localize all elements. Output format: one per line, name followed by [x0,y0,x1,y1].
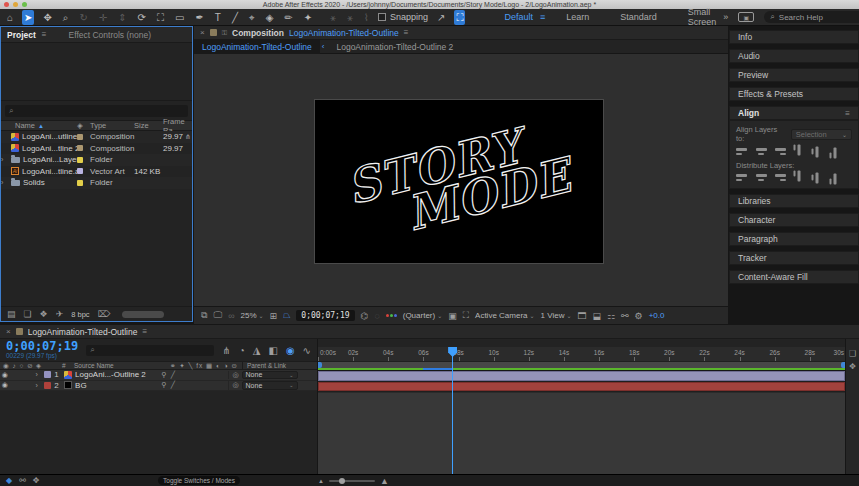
layer-label-swatch[interactable] [44,371,51,378]
pickwhip-icon[interactable]: ◎ [232,371,238,379]
home-icon[interactable]: ⌂ [5,10,15,25]
puppet-pin-tool-icon[interactable]: ✦ [302,10,314,25]
mirror-icon[interactable]: ∞ [228,311,234,321]
align-vertical-center-icon[interactable] [810,145,821,159]
resolution-dropdown[interactable]: (Quarter)⌄ [403,311,442,320]
new-folder-icon[interactable]: ❏ [24,309,32,319]
layer-2-duration-bar[interactable] [318,382,845,393]
workspace-standard[interactable]: Standard [620,12,657,22]
workspace-small-screen[interactable]: Small Screen [688,7,717,27]
project-flowchart-icon[interactable]: ✈ [56,309,64,319]
layer-1-duration-bar[interactable] [318,371,845,382]
snapshot-camera-icon[interactable]: ⌬ [361,311,369,321]
pen-tool-icon[interactable]: ✒ [193,10,205,25]
draft-3d-icon[interactable]: ◔ [239,345,245,356]
zoom-out-mountain-icon[interactable]: ▲ [318,478,324,484]
distribute-right-icon[interactable] [828,171,839,185]
align-horizontal-center-icon[interactable] [754,146,768,157]
panel-paragraph[interactable]: Paragraph [729,232,859,246]
roto-brush-tool-icon[interactable]: ✏ [282,10,294,25]
expand-inout-icon[interactable]: ✥ [33,476,40,485]
viewer-tab-active[interactable]: LogoAnimation-Tilted-Outline [194,40,320,54]
search-help-input[interactable]: ⌕ Search Help [764,11,859,23]
playhead[interactable] [452,347,453,474]
layer-disclosure-icon[interactable]: › [35,371,44,378]
project-row[interactable]: ›Solids Folder [1,177,192,189]
composition-frame[interactable]: STORY MODE [315,100,603,263]
snapping-checkbox[interactable] [378,13,386,21]
quality-switch-icon[interactable]: ⚲ [162,371,171,378]
collapse-switch-icon[interactable]: ╱ [171,371,179,378]
align-right-icon[interactable] [772,146,786,157]
layer-name[interactable]: LogoAni...-Outline 2 [75,370,160,379]
always-preview-icon[interactable]: ⧉ [201,310,207,321]
column-type[interactable]: Type [90,121,134,130]
show-snapshot-icon[interactable]: ◌ [374,311,379,321]
project-row[interactable]: AiLogoAni...tline.ai Vector Art 142 KB [1,166,192,178]
column-label-icon[interactable]: ◈ [77,121,90,130]
align-left-icon[interactable] [736,146,750,157]
close-panel-icon[interactable]: × [6,327,11,336]
distribute-horizontal-center-icon[interactable] [810,171,821,185]
grid-guides-icon[interactable]: ⊞ [270,311,278,321]
timeline-button-icon[interactable]: ⚏ [607,311,615,321]
distribute-bottom-icon[interactable] [772,172,786,183]
interpret-footage-icon[interactable]: ▤ [7,309,16,319]
toggle-switches-modes-button[interactable]: Toggle Switches / Modes [158,476,240,485]
column-size[interactable]: Size [134,121,163,130]
flowchart-button-icon[interactable]: ⚯ [621,311,629,321]
local-axis-icon[interactable]: ⚹ [328,10,338,25]
project-search-input[interactable]: ⌕ [5,105,188,117]
expand-modes-icon[interactable]: ⚯ [19,476,26,485]
project-bit-depth[interactable]: 8 bpc [71,310,89,319]
main-monitor-icon[interactable]: 🖵 [213,310,222,321]
snap-feature-icon[interactable]: ⛶ [454,10,465,25]
horizontal-scrollbar[interactable] [122,311,164,318]
expand-switches-icon[interactable]: ◆ [6,476,12,485]
layer-name[interactable]: BG [75,381,160,390]
timeline-scroll-column[interactable]: ❑ ✥ [845,339,859,474]
workspace-learn[interactable]: Learn [566,12,589,22]
collapse-switch-icon[interactable]: ╱ [171,381,179,388]
pixel-aspect-icon[interactable]: ⬓ [592,311,601,321]
time-ruler[interactable]: 0:00s 02s 04s 06s 08s 10s 12s 14s 16s 18… [318,347,845,362]
view-axis-icon[interactable]: ⌇ [362,10,371,25]
dolly-camera-tool-icon[interactable]: ⇕ [116,10,128,25]
viewer-tab-inactive[interactable]: LogoAnimation-Tilted-Outline 2 [328,42,461,52]
project-panel-menu-icon[interactable]: ≡ [42,30,47,39]
close-panel-icon[interactable]: × [200,28,205,37]
quality-switch-icon[interactable]: ⚲ [162,381,171,388]
work-area-bar[interactable] [318,362,845,371]
distribute-left-icon[interactable] [792,171,803,185]
layer-row[interactable]: ◉ › 2 BG ⚲╱ ◎ None⌄ [0,381,317,392]
motion-blur-icon[interactable]: ◉ [286,345,295,356]
active-camera-dropdown[interactable]: Active Camera⌄ [475,311,535,320]
parent-dropdown[interactable]: None⌄ [242,381,298,390]
layer-disclosure-icon[interactable]: › [35,382,44,389]
view-layout-dropdown[interactable]: 1 View⌄ [541,311,572,320]
eraser-tool-icon[interactable]: ◈ [264,10,276,25]
graph-editor-icon[interactable]: ∿ [303,345,311,356]
align-top-icon[interactable] [792,145,803,159]
panel-align[interactable]: Align ≡ [729,106,859,120]
workspace-menu-icon[interactable]: ≡ [540,12,545,22]
pan-camera-tool-icon[interactable]: ✛ [97,10,109,25]
layer-visibility-icon[interactable]: ◉ [0,381,10,389]
panel-info[interactable]: Info [729,30,859,44]
timeline-zoom-slider[interactable] [329,480,375,482]
timeline-tab[interactable]: × LogoAnimation-Tilted-Outline ≡ [0,325,859,339]
workspace-overflow-icon[interactable]: » [723,12,728,22]
world-axis-icon[interactable]: ⚹ [345,10,355,25]
column-name[interactable]: Name ▲ [1,121,77,130]
label-swatch[interactable] [77,157,83,163]
shared-view-icon[interactable]: 🗖 [577,311,586,321]
zoom-slider-knob[interactable] [339,478,345,484]
magnification-dropdown[interactable]: 25%⌄ [241,311,264,320]
sync-settings-icon[interactable]: ▣ [738,12,754,22]
layer-label-swatch[interactable] [44,382,51,389]
project-row[interactable]: ›LogoAni...Layers Folder [1,154,192,166]
panel-audio[interactable]: Audio [729,49,859,63]
composition-mini-flowchart-icon[interactable]: ⋔ [222,345,230,356]
snapping-toggle[interactable]: Snapping [378,12,428,22]
composition-marker-icon[interactable]: ❑ [849,349,856,358]
